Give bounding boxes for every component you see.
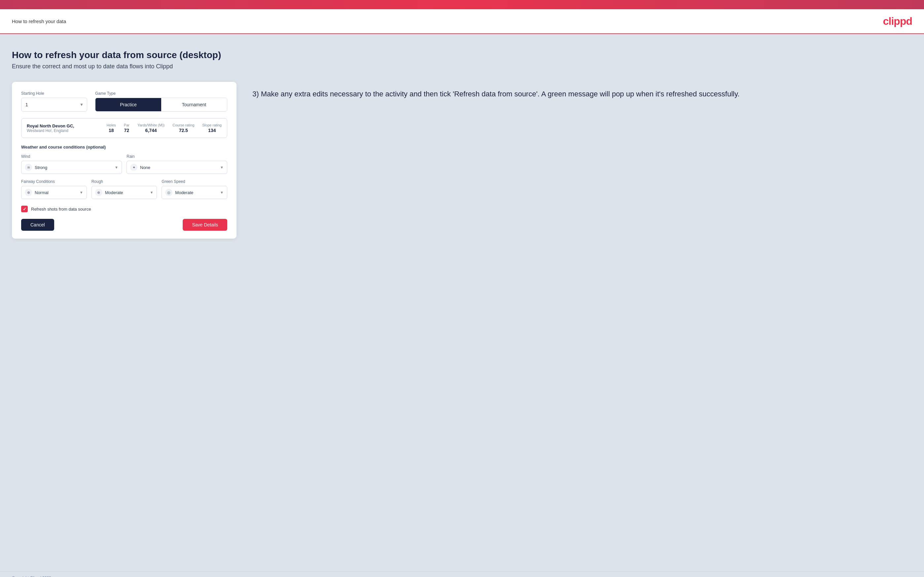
rough-icon: ⊕ (95, 189, 102, 196)
stat-slope-rating: Slope rating 134 (202, 123, 222, 133)
wind-chevron: ▼ (115, 165, 118, 169)
side-text: 3) Make any extra edits necessary to the… (252, 82, 912, 99)
practice-button[interactable]: Practice (95, 98, 161, 111)
par-value: 72 (124, 128, 129, 133)
save-button[interactable]: Save Details (183, 219, 227, 231)
holes-label: Holes (107, 123, 116, 127)
page-subtitle: Ensure the correct and most up to date d… (12, 63, 912, 70)
rough-label: Rough (92, 179, 157, 184)
conditions-title: Weather and course conditions (optional) (21, 145, 227, 150)
rain-chevron: ▼ (220, 165, 224, 169)
wind-label: Wind (21, 154, 122, 159)
stat-holes: Holes 18 (107, 123, 116, 133)
fairway-label: Fairway Conditions (21, 179, 87, 184)
green-speed-chevron: ▼ (220, 190, 224, 194)
green-speed-group: Green Speed ◎ Moderate ▼ (162, 179, 227, 199)
starting-hole-select[interactable]: 1 10 ▼ (21, 98, 87, 111)
refresh-label: Refresh shots from data source (31, 206, 91, 211)
copyright: Copyright Clippd 2022 (12, 576, 51, 577)
row-starting-game: Starting Hole 1 10 ▼ Game Type Practice … (21, 91, 227, 111)
yards-label: Yards/White (M)) (137, 123, 165, 127)
game-type-toggle: Practice Tournament (95, 98, 227, 111)
rough-value: Moderate (105, 190, 150, 195)
fairway-chevron: ▼ (80, 190, 83, 194)
refresh-checkbox-row: ✓ Refresh shots from data source (21, 206, 227, 212)
logo: clippd (883, 15, 912, 27)
conditions-row-2: Fairway Conditions ⊕ Normal ▼ Rough ⊕ Mo… (21, 179, 227, 199)
rain-select[interactable]: ✦ None ▼ (126, 161, 227, 174)
fairway-icon: ⊕ (25, 189, 32, 196)
wind-icon: ≋ (25, 164, 32, 171)
side-description: 3) Make any extra edits necessary to the… (252, 89, 912, 99)
cancel-button[interactable]: Cancel (21, 219, 54, 231)
breadcrumb: How to refresh your data (12, 18, 66, 24)
course-location: Westward Ho!, England (27, 128, 99, 133)
stat-par: Par 72 (124, 123, 129, 133)
header: How to refresh your data clippd (0, 9, 924, 34)
green-speed-select[interactable]: ◎ Moderate ▼ (162, 186, 227, 199)
game-type-group: Game Type Practice Tournament (95, 91, 227, 111)
starting-hole-label: Starting Hole (21, 91, 87, 96)
page-title: How to refresh your data from source (de… (12, 50, 912, 60)
tournament-button[interactable]: Tournament (161, 98, 227, 111)
slope-rating-label: Slope rating (202, 123, 222, 127)
course-rating-value: 72.5 (179, 128, 188, 133)
course-name-block: Royal North Devon GC, Westward Ho!, Engl… (27, 124, 99, 133)
wind-select[interactable]: ≋ Strong ▼ (21, 161, 122, 174)
holes-value: 18 (109, 128, 114, 133)
course-name: Royal North Devon GC, (27, 124, 99, 128)
fairway-group: Fairway Conditions ⊕ Normal ▼ (21, 179, 87, 199)
rain-value: None (140, 165, 220, 170)
rain-icon: ✦ (130, 164, 137, 171)
form-card: Starting Hole 1 10 ▼ Game Type Practice … (12, 82, 236, 239)
button-row: Cancel Save Details (21, 219, 227, 231)
slope-rating-value: 134 (208, 128, 216, 133)
wind-group: Wind ≋ Strong ▼ (21, 154, 122, 174)
course-card: Royal North Devon GC, Westward Ho!, Engl… (21, 118, 227, 138)
green-speed-value: Moderate (175, 190, 220, 195)
checkmark-icon: ✓ (23, 206, 26, 211)
footer: Copyright Clippd 2022 (0, 571, 924, 577)
rough-select[interactable]: ⊕ Moderate ▼ (92, 186, 157, 199)
fairway-select[interactable]: ⊕ Normal ▼ (21, 186, 87, 199)
green-speed-label: Green Speed (162, 179, 227, 184)
refresh-checkbox[interactable]: ✓ (21, 206, 28, 212)
game-type-label: Game Type (95, 91, 227, 96)
course-rating-label: Course rating (173, 123, 194, 127)
starting-hole-group: Starting Hole 1 10 ▼ (21, 91, 87, 111)
stat-course-rating: Course rating 72.5 (173, 123, 194, 133)
wind-value: Strong (35, 165, 115, 170)
green-speed-icon: ◎ (165, 189, 173, 196)
yards-value: 6,744 (145, 128, 157, 133)
conditions-row-1: Wind ≋ Strong ▼ Rain ✦ None ▼ (21, 154, 227, 174)
fairway-value: Normal (35, 190, 80, 195)
main-content: How to refresh your data from source (de… (0, 34, 924, 571)
par-label: Par (124, 123, 129, 127)
content-row: Starting Hole 1 10 ▼ Game Type Practice … (12, 82, 912, 239)
rain-group: Rain ✦ None ▼ (126, 154, 227, 174)
rain-label: Rain (126, 154, 227, 159)
top-bar (0, 0, 924, 9)
starting-hole-input[interactable]: 1 10 (26, 102, 83, 107)
rough-chevron: ▼ (150, 190, 153, 194)
stat-yards: Yards/White (M)) 6,744 (137, 123, 165, 133)
rough-group: Rough ⊕ Moderate ▼ (92, 179, 157, 199)
